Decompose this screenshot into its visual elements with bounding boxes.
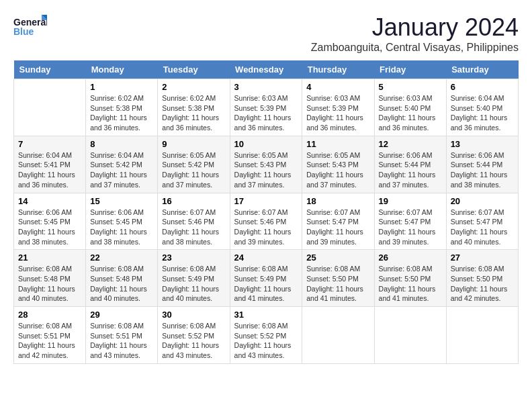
header-saturday: Saturday bbox=[446, 60, 518, 79]
day-number: 26 bbox=[379, 253, 442, 263]
svg-text:Blue: Blue bbox=[13, 26, 34, 37]
day-number: 16 bbox=[162, 196, 225, 206]
day-info: Sunrise: 6:08 AMSunset: 5:52 PMDaylight:… bbox=[162, 321, 225, 361]
day-info: Sunrise: 6:07 AMSunset: 5:47 PMDaylight:… bbox=[306, 208, 369, 247]
day-number: 30 bbox=[162, 310, 225, 320]
calendar-cell: 10Sunrise: 6:05 AMSunset: 5:43 PMDayligh… bbox=[230, 136, 302, 193]
day-number: 3 bbox=[234, 82, 298, 92]
calendar-cell bbox=[14, 79, 86, 136]
day-info: Sunrise: 6:08 AMSunset: 5:51 PMDaylight:… bbox=[18, 321, 81, 361]
day-info: Sunrise: 6:08 AMSunset: 5:50 PMDaylight:… bbox=[379, 264, 442, 304]
calendar-cell: 7Sunrise: 6:04 AMSunset: 5:41 PMDaylight… bbox=[14, 136, 86, 193]
day-info: Sunrise: 6:08 AMSunset: 5:50 PMDaylight:… bbox=[306, 264, 369, 304]
calendar-cell: 26Sunrise: 6:08 AMSunset: 5:50 PMDayligh… bbox=[374, 250, 446, 307]
calendar-cell: 4Sunrise: 6:03 AMSunset: 5:39 PMDaylight… bbox=[302, 79, 374, 136]
day-info: Sunrise: 6:05 AMSunset: 5:43 PMDaylight:… bbox=[306, 150, 369, 190]
month-year-title: January 2024 bbox=[311, 13, 519, 42]
day-info: Sunrise: 6:08 AMSunset: 5:49 PMDaylight:… bbox=[162, 264, 225, 304]
day-info: Sunrise: 6:08 AMSunset: 5:48 PMDaylight:… bbox=[90, 264, 153, 304]
day-number: 14 bbox=[18, 196, 81, 206]
day-number: 10 bbox=[234, 139, 298, 149]
calendar-cell: 12Sunrise: 6:06 AMSunset: 5:44 PMDayligh… bbox=[374, 136, 446, 193]
calendar-cell: 20Sunrise: 6:07 AMSunset: 5:47 PMDayligh… bbox=[446, 193, 518, 250]
day-number: 22 bbox=[90, 253, 153, 263]
week-row-1: 1Sunrise: 6:02 AMSunset: 5:38 PMDaylight… bbox=[14, 79, 519, 136]
day-info: Sunrise: 6:03 AMSunset: 5:40 PMDaylight:… bbox=[379, 93, 442, 133]
day-info: Sunrise: 6:07 AMSunset: 5:47 PMDaylight:… bbox=[451, 208, 514, 247]
calendar-cell: 21Sunrise: 6:08 AMSunset: 5:48 PMDayligh… bbox=[14, 250, 86, 307]
calendar-header-row: SundayMondayTuesdayWednesdayThursdayFrid… bbox=[14, 60, 519, 79]
header-thursday: Thursday bbox=[302, 60, 374, 79]
day-info: Sunrise: 6:08 AMSunset: 5:51 PMDaylight:… bbox=[90, 321, 153, 361]
day-info: Sunrise: 6:06 AMSunset: 5:45 PMDaylight:… bbox=[90, 208, 153, 247]
day-info: Sunrise: 6:05 AMSunset: 5:43 PMDaylight:… bbox=[234, 150, 298, 190]
calendar-table: SundayMondayTuesdayWednesdayThursdayFrid… bbox=[13, 60, 519, 364]
day-number: 29 bbox=[90, 310, 153, 320]
day-number: 31 bbox=[234, 310, 298, 320]
day-info: Sunrise: 6:03 AMSunset: 5:39 PMDaylight:… bbox=[234, 93, 298, 133]
header-friday: Friday bbox=[374, 60, 446, 79]
day-number: 9 bbox=[162, 139, 225, 149]
day-number: 11 bbox=[306, 139, 369, 149]
page-header: General Blue January 2024 Zamboanguita, … bbox=[13, 13, 519, 54]
day-info: Sunrise: 6:08 AMSunset: 5:49 PMDaylight:… bbox=[234, 264, 298, 304]
calendar-cell: 15Sunrise: 6:06 AMSunset: 5:45 PMDayligh… bbox=[86, 193, 158, 250]
day-number: 8 bbox=[90, 139, 153, 149]
calendar-cell: 31Sunrise: 6:08 AMSunset: 5:52 PMDayligh… bbox=[230, 307, 302, 364]
calendar-cell: 2Sunrise: 6:02 AMSunset: 5:38 PMDaylight… bbox=[158, 79, 230, 136]
day-info: Sunrise: 6:08 AMSunset: 5:50 PMDaylight:… bbox=[451, 264, 514, 304]
calendar-cell bbox=[446, 307, 518, 364]
day-number: 27 bbox=[451, 253, 514, 263]
day-info: Sunrise: 6:02 AMSunset: 5:38 PMDaylight:… bbox=[90, 93, 153, 133]
day-number: 1 bbox=[90, 82, 153, 92]
day-number: 15 bbox=[90, 196, 153, 206]
calendar-cell: 19Sunrise: 6:07 AMSunset: 5:47 PMDayligh… bbox=[374, 193, 446, 250]
calendar-cell: 9Sunrise: 6:05 AMSunset: 5:42 PMDaylight… bbox=[158, 136, 230, 193]
calendar-cell: 30Sunrise: 6:08 AMSunset: 5:52 PMDayligh… bbox=[158, 307, 230, 364]
calendar-cell: 1Sunrise: 6:02 AMSunset: 5:38 PMDaylight… bbox=[86, 79, 158, 136]
week-row-4: 21Sunrise: 6:08 AMSunset: 5:48 PMDayligh… bbox=[14, 250, 519, 307]
day-number: 6 bbox=[451, 82, 514, 92]
day-info: Sunrise: 6:08 AMSunset: 5:52 PMDaylight:… bbox=[234, 321, 298, 361]
calendar-cell: 13Sunrise: 6:06 AMSunset: 5:44 PMDayligh… bbox=[446, 136, 518, 193]
day-number: 21 bbox=[18, 253, 81, 263]
calendar-cell: 14Sunrise: 6:06 AMSunset: 5:45 PMDayligh… bbox=[14, 193, 86, 250]
calendar-cell: 28Sunrise: 6:08 AMSunset: 5:51 PMDayligh… bbox=[14, 307, 86, 364]
header-wednesday: Wednesday bbox=[230, 60, 302, 79]
day-number: 24 bbox=[234, 253, 298, 263]
day-number: 5 bbox=[379, 82, 442, 92]
day-number: 23 bbox=[162, 253, 225, 263]
day-info: Sunrise: 6:04 AMSunset: 5:40 PMDaylight:… bbox=[451, 93, 514, 133]
calendar-cell: 17Sunrise: 6:07 AMSunset: 5:46 PMDayligh… bbox=[230, 193, 302, 250]
day-number: 25 bbox=[306, 253, 369, 263]
week-row-3: 14Sunrise: 6:06 AMSunset: 5:45 PMDayligh… bbox=[14, 193, 519, 250]
day-number: 17 bbox=[234, 196, 298, 206]
calendar-cell: 24Sunrise: 6:08 AMSunset: 5:49 PMDayligh… bbox=[230, 250, 302, 307]
calendar-cell: 18Sunrise: 6:07 AMSunset: 5:47 PMDayligh… bbox=[302, 193, 374, 250]
day-number: 7 bbox=[18, 139, 81, 149]
day-number: 18 bbox=[306, 196, 369, 206]
calendar-cell: 3Sunrise: 6:03 AMSunset: 5:39 PMDaylight… bbox=[230, 79, 302, 136]
day-number: 28 bbox=[18, 310, 81, 320]
calendar-cell: 27Sunrise: 6:08 AMSunset: 5:50 PMDayligh… bbox=[446, 250, 518, 307]
header-sunday: Sunday bbox=[14, 60, 86, 79]
title-block: January 2024 Zamboanguita, Central Visay… bbox=[311, 13, 519, 54]
header-monday: Monday bbox=[86, 60, 158, 79]
day-info: Sunrise: 6:07 AMSunset: 5:46 PMDaylight:… bbox=[162, 208, 225, 247]
day-number: 19 bbox=[379, 196, 442, 206]
day-info: Sunrise: 6:08 AMSunset: 5:48 PMDaylight:… bbox=[18, 264, 81, 304]
day-info: Sunrise: 6:06 AMSunset: 5:44 PMDaylight:… bbox=[451, 150, 514, 190]
day-number: 20 bbox=[451, 196, 514, 206]
day-info: Sunrise: 6:05 AMSunset: 5:42 PMDaylight:… bbox=[162, 150, 225, 190]
calendar-cell: 6Sunrise: 6:04 AMSunset: 5:40 PMDaylight… bbox=[446, 79, 518, 136]
location-subtitle: Zamboanguita, Central Visayas, Philippin… bbox=[311, 42, 519, 54]
day-info: Sunrise: 6:02 AMSunset: 5:38 PMDaylight:… bbox=[162, 93, 225, 133]
logo: General Blue bbox=[13, 13, 47, 40]
calendar-cell bbox=[374, 307, 446, 364]
day-info: Sunrise: 6:07 AMSunset: 5:47 PMDaylight:… bbox=[379, 208, 442, 247]
calendar-cell: 11Sunrise: 6:05 AMSunset: 5:43 PMDayligh… bbox=[302, 136, 374, 193]
calendar-cell: 5Sunrise: 6:03 AMSunset: 5:40 PMDaylight… bbox=[374, 79, 446, 136]
calendar-cell: 16Sunrise: 6:07 AMSunset: 5:46 PMDayligh… bbox=[158, 193, 230, 250]
week-row-5: 28Sunrise: 6:08 AMSunset: 5:51 PMDayligh… bbox=[14, 307, 519, 364]
calendar-cell bbox=[302, 307, 374, 364]
